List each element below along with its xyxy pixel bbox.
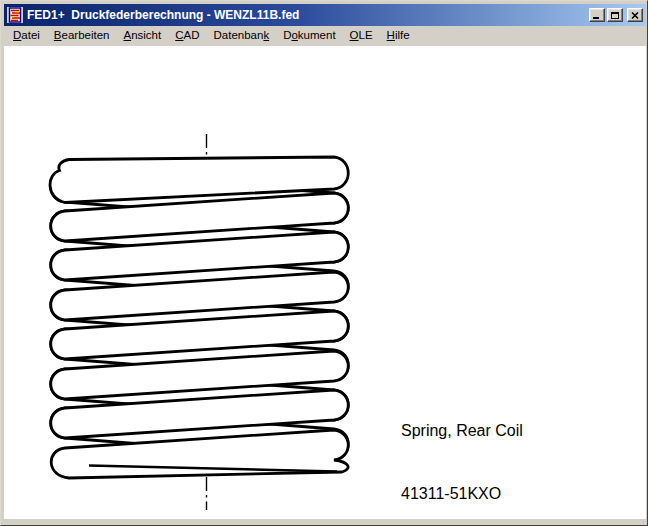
close-icon xyxy=(631,12,639,19)
spring-drawing xyxy=(4,46,646,519)
minimize-icon xyxy=(593,17,599,19)
spec-part-number: 41311-51KXO xyxy=(401,484,523,505)
menu-cad[interactable]: CAD xyxy=(168,26,206,46)
drawing-area: Spring, Rear Coil 41311-51KXO L = 119.9 … xyxy=(4,46,646,519)
spring-icon[interactable] xyxy=(7,7,23,23)
close-button[interactable] xyxy=(627,8,643,22)
maximize-icon xyxy=(611,12,619,19)
menu-ansicht[interactable]: Ansicht xyxy=(117,26,169,46)
menu-ole[interactable]: OLE xyxy=(343,26,380,46)
menu-hilfe[interactable]: Hilfe xyxy=(380,26,417,46)
menu-datenbank[interactable]: Datenbank xyxy=(207,26,277,46)
menu-dokument[interactable]: Dokument xyxy=(276,26,342,46)
spec-title: Spring, Rear Coil xyxy=(401,421,523,442)
spring-specs: Spring, Rear Coil 41311-51KXO L = 119.9 … xyxy=(401,380,523,526)
menu-datei[interactable]: Datei xyxy=(6,26,47,46)
app-window: FED1+ Druckfederberechnung - WENZL11B.fe… xyxy=(0,0,648,526)
menubar: Datei Bearbeiten Ansicht CAD Datenbank D… xyxy=(4,26,646,46)
screen: FED1+ Druckfederberechnung - WENZL11B.fe… xyxy=(0,0,648,526)
maximize-button[interactable] xyxy=(607,8,623,22)
window-title: FED1+ Druckfederberechnung - WENZL11B.fe… xyxy=(27,4,589,26)
titlebar[interactable]: FED1+ Druckfederberechnung - WENZL11B.fe… xyxy=(4,4,646,26)
window-controls xyxy=(589,8,643,22)
menu-bearbeiten[interactable]: Bearbeiten xyxy=(47,26,117,46)
minimize-button[interactable] xyxy=(589,8,605,22)
